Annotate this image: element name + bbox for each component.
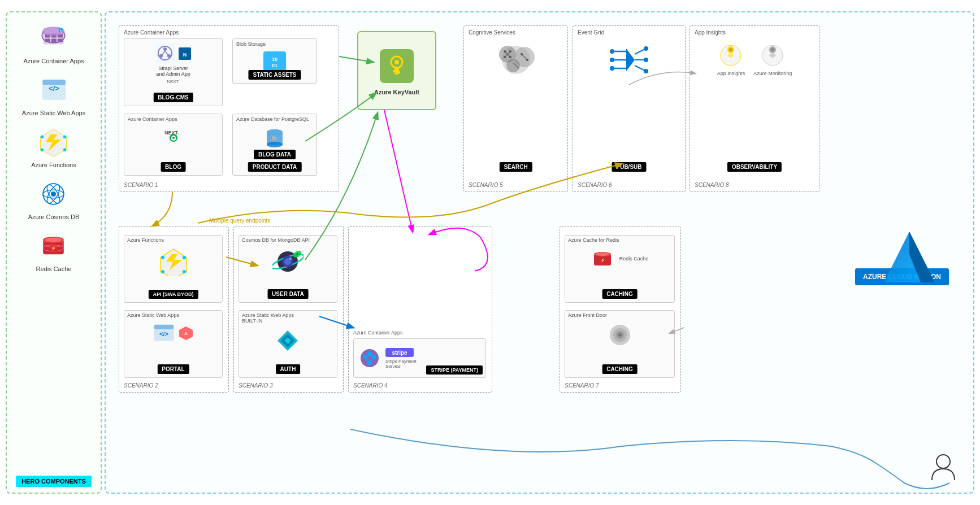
- search-badge: SEARCH: [499, 162, 532, 172]
- svg-point-83: [610, 58, 614, 62]
- svg-point-67: [509, 50, 511, 53]
- svg-point-16: [41, 135, 44, 138]
- svg-text:</>: </>: [159, 330, 168, 337]
- svg-point-50: [267, 129, 283, 135]
- svg-point-61: [506, 59, 520, 72]
- api-swa-badge: API (SWA BYOB): [148, 290, 198, 299]
- svg-rect-52: [380, 49, 414, 83]
- svg-point-69: [509, 56, 511, 58]
- svg-text:</>: </>: [49, 84, 59, 93]
- functions-label: Azure Functions: [31, 162, 76, 168]
- scenario6-label: SCENARIO 6: [578, 182, 612, 188]
- scenario8-box: App Insights SCENARIO 8 App Insights: [690, 25, 819, 192]
- svg-point-93: [183, 256, 186, 259]
- scenario5-box: Cognitive Services SCENARIO 5 SEA: [463, 25, 568, 192]
- product-data-badge: PRODUCT DATA: [248, 162, 302, 172]
- scenario3-box: SCENARIO 3 Cosmos DB for MongoDB API USE…: [233, 226, 344, 393]
- svg-point-18: [41, 148, 44, 151]
- sidebar-item-functions: Azure Functions: [31, 125, 76, 168]
- svg-marker-75: [626, 49, 635, 71]
- s1-azure-container-title: Azure Container Apps: [124, 29, 179, 36]
- scenario4-label: SCENARIO 4: [353, 382, 388, 389]
- svg-point-135: [618, 333, 622, 337]
- svg-point-66: [504, 50, 506, 53]
- svg-point-107: [296, 253, 298, 255]
- cosmos-label: Azure Cosmos DB: [28, 214, 79, 220]
- svg-point-70: [526, 59, 528, 61]
- svg-point-46: [172, 137, 175, 139]
- svg-rect-5: [45, 38, 50, 42]
- user-icon: [931, 453, 956, 484]
- static-web-label: Azure Static Web Apps: [22, 110, 85, 116]
- svg-point-105: [289, 258, 292, 260]
- svg-text:A: A: [184, 331, 188, 336]
- svg-point-34: [163, 47, 167, 51]
- container-apps-label: Azure Container Apps: [23, 58, 84, 64]
- sidebar-item-container-apps: A Azure Container Apps: [23, 21, 84, 64]
- svg-point-84: [610, 66, 614, 71]
- hero-components-label: HERO COMPONENTS: [16, 476, 92, 487]
- svg-rect-6: [51, 38, 57, 42]
- svg-text:N: N: [183, 52, 187, 58]
- keyvault-box: Azure KeyVault: [357, 31, 436, 110]
- s8-title: App Insights: [695, 29, 726, 36]
- user-data-badge: USER DATA: [267, 289, 309, 299]
- svg-rect-7: [58, 38, 63, 42]
- svg-point-49: [267, 142, 283, 147]
- pubsub-badge: PUB/SUB: [612, 162, 646, 172]
- auth-badge: AUTH: [276, 364, 301, 374]
- functions-icon: [37, 125, 71, 159]
- hero-sidebar: A Azure Container Apps </> Azure Static …: [6, 11, 102, 494]
- svg-text:⚡: ⚡: [51, 245, 57, 250]
- svg-rect-56: [393, 70, 396, 72]
- s6-title: Event Grid: [578, 29, 604, 36]
- caching-badge2: CACHING: [602, 364, 638, 374]
- scenario1-label: SCENARIO 1: [124, 182, 158, 188]
- redis-label: Redis Cache: [36, 265, 72, 272]
- svg-point-130: [596, 252, 609, 256]
- svg-text:🐘: 🐘: [272, 136, 277, 141]
- svg-point-71: [521, 53, 523, 55]
- blog-cms-badge: BLOG-CMS: [153, 93, 193, 102]
- main-container: A Azure Container Apps </> Azure Static …: [0, 0, 980, 505]
- s5-title: Cognitive Services: [469, 29, 515, 36]
- static-assets-badge: STATIC ASSETS: [248, 70, 301, 80]
- scenario4-box: SCENARIO 4 Azure Container Apps stripe: [348, 226, 492, 393]
- query-endpoints-text: Multiple query endpoints: [209, 217, 270, 224]
- scenario8-label: SCENARIO 8: [695, 182, 729, 188]
- svg-rect-57: [398, 71, 400, 73]
- scenario3-label: SCENARIO 3: [239, 382, 273, 389]
- svg-point-90: [771, 48, 774, 51]
- svg-point-79: [644, 46, 648, 51]
- svg-text:10: 10: [272, 56, 277, 62]
- svg-point-19: [63, 148, 67, 151]
- svg-point-82: [610, 49, 614, 54]
- scenario5-label: SCENARIO 5: [469, 182, 503, 188]
- blog-data-badge: BLOG DATA: [254, 150, 296, 159]
- portal-badge: PORTAL: [157, 364, 189, 374]
- scenario7-box: SCENARIO 7 Azure Cache for Redis ⚡ Redis…: [560, 226, 681, 393]
- svg-text:⚡: ⚡: [600, 258, 605, 263]
- sidebar-item-static-web: </> Azure Static Web Apps: [22, 73, 85, 116]
- sidebar-item-cosmos: Azure Cosmos DB: [28, 177, 79, 220]
- svg-rect-97: [154, 325, 174, 329]
- svg-point-80: [644, 58, 648, 62]
- svg-text:01: 01: [272, 63, 277, 68]
- keyvault-title: Azure KeyVault: [371, 89, 422, 95]
- scenario2-box: SCENARIO 2 Azure Functions API (SWA BYOB…: [119, 226, 229, 393]
- svg-point-17: [63, 135, 67, 138]
- stripe-badge: STRIPE (PAYMENT): [426, 365, 483, 375]
- static-web-icon: </>: [37, 73, 71, 107]
- scenario2-label: SCENARIO 2: [124, 382, 158, 389]
- svg-point-92: [161, 256, 164, 259]
- scenario7-label: SCENARIO 7: [565, 382, 599, 389]
- svg-point-138: [936, 455, 950, 468]
- container-apps-icon: A: [37, 21, 71, 55]
- svg-point-54: [394, 60, 399, 64]
- observability-badge: OBSERVABILITY: [727, 162, 782, 172]
- scenario1-box: Azure Container Apps SCENARIO 1: [119, 25, 339, 192]
- sidebar-item-redis: ⚡ Redis Cache: [36, 229, 72, 272]
- svg-point-24: [51, 191, 56, 196]
- redis-icon: ⚡: [37, 229, 71, 263]
- cosmos-icon: [37, 177, 71, 211]
